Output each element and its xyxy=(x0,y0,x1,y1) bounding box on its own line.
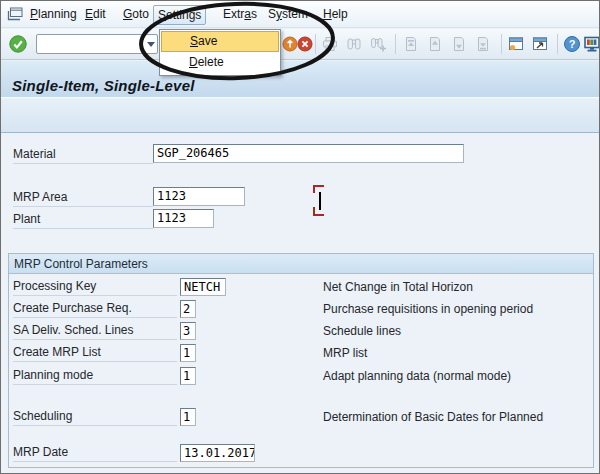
plant-label: Plant xyxy=(13,212,153,229)
standard-toolbar: ? xyxy=(1,29,599,60)
menu-planning[interactable]: Planning xyxy=(26,6,81,24)
menu-edit[interactable]: Edit xyxy=(81,6,110,24)
toolbar-separator xyxy=(501,34,502,54)
help-icon[interactable]: ? xyxy=(563,35,581,53)
menu-settings[interactable]: Settings xyxy=(153,5,206,25)
create-mrp-list-field[interactable]: 1 xyxy=(180,344,196,362)
cursor-mark xyxy=(313,185,315,193)
row-create-purchase-req: Create Purchase Req. 2 Purchase requisit… xyxy=(1,300,600,320)
sa-deliv-sched-lines-field[interactable]: 3 xyxy=(180,322,196,340)
print-icon[interactable] xyxy=(321,35,339,53)
field-label: Scheduling xyxy=(13,409,177,426)
row-sa-deliv-sched-lines: SA Deliv. Sched. Lines 3 Schedule lines xyxy=(1,322,600,342)
field-description: Determination of Basic Dates for Planned xyxy=(323,410,543,424)
group-title: MRP Control Parameters xyxy=(9,254,593,274)
field-description: Net Change in Total Horizon xyxy=(323,280,473,294)
text-caret xyxy=(319,192,321,210)
next-page-icon[interactable] xyxy=(450,35,468,53)
command-field[interactable] xyxy=(36,34,158,54)
mrp-date-field[interactable]: 13.01.2017 xyxy=(180,444,255,462)
mrp-area-field[interactable]: 1123 xyxy=(153,187,245,206)
field-label: Processing Key xyxy=(13,279,177,296)
field-label: Planning mode xyxy=(13,368,177,385)
cancel-icon[interactable] xyxy=(297,36,315,54)
enter-icon[interactable] xyxy=(8,34,28,54)
create-purchase-req-field[interactable]: 2 xyxy=(180,300,196,318)
settings-dropdown-menu: Save Delete xyxy=(159,29,281,76)
planning-mode-field[interactable]: 1 xyxy=(180,367,196,385)
page-title: Single-Item, Single-Level xyxy=(1,61,599,94)
toolbar-separator xyxy=(557,34,558,54)
find-icon[interactable] xyxy=(345,35,363,53)
field-description: MRP list xyxy=(323,346,367,360)
row-scheduling: Scheduling 1 Determination of Basic Date… xyxy=(1,408,600,428)
field-description: Schedule lines xyxy=(323,324,401,338)
sap-window: Planning Edit Goto Settings Extras Syste… xyxy=(0,0,600,474)
field-label: SA Deliv. Sched. Lines xyxy=(13,323,177,340)
create-shortcut-icon[interactable] xyxy=(531,35,549,53)
menu-help[interactable]: Help xyxy=(319,6,352,24)
command-dropdown-icon[interactable] xyxy=(147,42,155,47)
field-description: Purchase requisitions in opening period xyxy=(323,302,533,316)
menu-item-save[interactable]: Save xyxy=(161,31,279,52)
menu-bar: Planning Edit Goto Settings Extras Syste… xyxy=(1,1,599,28)
toolbar-separator xyxy=(315,34,316,54)
last-page-icon[interactable] xyxy=(474,35,492,53)
title-band: Single-Item, Single-Level xyxy=(1,61,599,98)
customize-layout-icon[interactable] xyxy=(583,35,600,53)
menu-item-delete[interactable]: Delete xyxy=(161,52,279,74)
material-label: Material xyxy=(13,147,153,164)
menu-goto[interactable]: Goto xyxy=(119,6,153,24)
previous-page-icon[interactable] xyxy=(426,35,444,53)
row-planning-mode: Planning mode 1 Adapt planning data (nor… xyxy=(1,367,600,387)
toolbar-separator xyxy=(395,34,396,54)
row-mrp-date: MRP Date 13.01.2017 xyxy=(1,444,600,464)
field-label: MRP Date xyxy=(13,445,177,462)
plant-field[interactable]: 1123 xyxy=(153,209,214,228)
row-create-mrp-list: Create MRP List 1 MRP list xyxy=(1,344,600,364)
field-description: Adapt planning data (normal mode) xyxy=(323,369,511,383)
material-field[interactable]: SGP_206465 xyxy=(153,144,464,163)
processing-key-field[interactable]: NETCH xyxy=(180,278,226,296)
mrp-area-label: MRP Area xyxy=(13,190,153,207)
find-next-icon[interactable] xyxy=(369,35,387,53)
svg-text:?: ? xyxy=(569,38,576,50)
menu-system[interactable]: System xyxy=(264,6,312,24)
first-page-icon[interactable] xyxy=(402,35,420,53)
scheduling-field[interactable]: 1 xyxy=(180,408,196,426)
menu-extras[interactable]: Extras xyxy=(219,6,261,24)
application-toolbar xyxy=(1,99,599,133)
new-session-icon[interactable] xyxy=(507,35,525,53)
field-label: Create MRP List xyxy=(13,345,177,362)
system-menu-icon[interactable] xyxy=(7,7,23,24)
row-processing-key: Processing Key NETCH Net Change in Total… xyxy=(1,278,600,298)
field-label: Create Purchase Req. xyxy=(13,301,177,318)
cursor-mark xyxy=(313,214,324,216)
